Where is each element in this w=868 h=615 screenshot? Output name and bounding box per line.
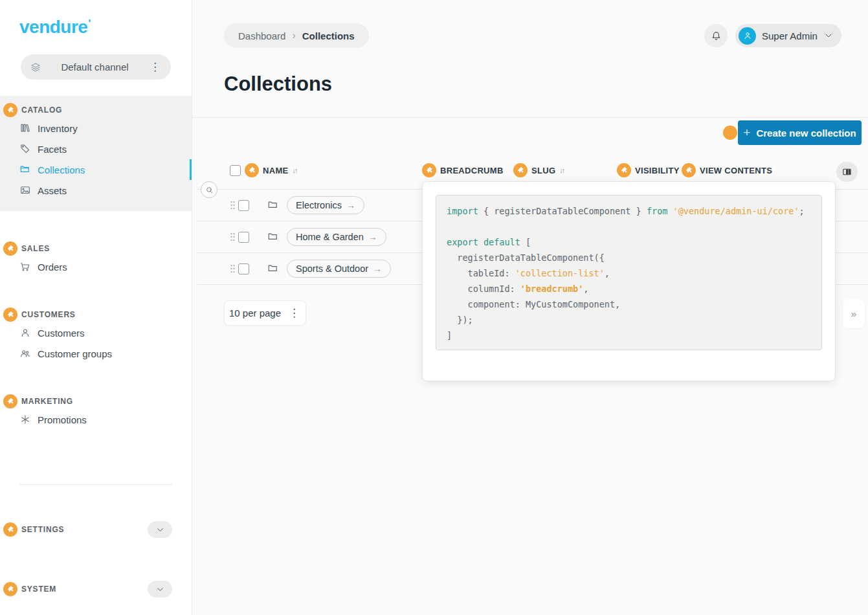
column-label[interactable]: SLUG: [531, 166, 555, 175]
drag-handle-icon[interactable]: [230, 263, 236, 274]
columns-icon: [841, 166, 852, 177]
plus-icon: +: [743, 126, 750, 140]
sidebar-section-customers: CUSTOMERS: [0, 307, 192, 322]
code-line: columnId: 'breadcrumb',: [447, 281, 811, 296]
sidebar-section-settings[interactable]: SETTINGS: [0, 515, 192, 544]
orders-icon: [19, 261, 31, 273]
drag-handle-icon[interactable]: [230, 200, 236, 210]
section-label: SALES: [21, 244, 50, 253]
user-menu[interactable]: Super Admin: [735, 24, 841, 47]
extension-badge-settings[interactable]: [3, 522, 17, 537]
code-line: ]: [447, 328, 811, 343]
per-page-label: 10 per page: [229, 308, 281, 319]
next-page-button[interactable]: »: [843, 299, 865, 328]
row-checkbox[interactable]: [238, 200, 249, 211]
customer-icon: [19, 327, 31, 339]
section-label: CATALOG: [21, 106, 62, 115]
sidebar-section-system[interactable]: SYSTEM: [0, 574, 192, 604]
arrow-right-icon: →: [373, 263, 382, 274]
sort-icon[interactable]: ↓↑: [559, 166, 564, 174]
folder-icon: [267, 199, 279, 211]
section-label: MARKETING: [21, 397, 73, 406]
create-new-collection-button[interactable]: + Create new collection: [738, 120, 862, 145]
customer-groups-icon: [19, 348, 31, 359]
code-line: });: [447, 312, 811, 328]
section-label: CUSTOMERS: [21, 310, 76, 319]
sidebar-section-catalog: CATALOG: [0, 102, 192, 118]
per-page-menu-icon: ⋮: [287, 308, 301, 319]
sidebar-item-facets[interactable]: Facets: [0, 139, 192, 159]
code-line: registerDataTableComponent({: [447, 250, 811, 265]
folder-icon: [267, 263, 279, 274]
channel-menu-icon[interactable]: ⋮: [148, 62, 162, 73]
sidebar-item-inventory[interactable]: Inventory: [0, 118, 192, 139]
sidebar-item-customers[interactable]: Customers: [0, 322, 192, 343]
sidebar-item-label: Customers: [38, 328, 85, 339]
collection-chip[interactable]: Electronics→: [287, 196, 364, 214]
folder-icon: [267, 231, 279, 243]
extension-badge-column-slug[interactable]: [513, 163, 528, 177]
sidebar-item-label: Orders: [38, 262, 67, 273]
notifications-button[interactable]: [704, 24, 728, 47]
extension-badge-column-name[interactable]: [245, 163, 259, 177]
sidebar-item-label: Assets: [38, 185, 67, 196]
column-label: VIEW CONTENTS: [700, 166, 772, 175]
assets-icon: [19, 184, 31, 196]
arrow-right-icon: →: [346, 200, 355, 210]
arrow-right-icon: →: [368, 232, 377, 242]
column-label[interactable]: NAME: [263, 166, 288, 175]
row-checkbox[interactable]: [238, 263, 249, 274]
column-picker-button[interactable]: [836, 162, 858, 182]
code-line: import { registerDataTableComponent } fr…: [447, 203, 811, 219]
sidebar-item-label: Collections: [38, 164, 85, 175]
expand-system-button[interactable]: [148, 581, 172, 598]
expand-settings-button[interactable]: [148, 521, 172, 538]
collection-name: Electronics: [296, 200, 342, 210]
row-checkbox[interactable]: [238, 232, 249, 243]
collection-name: Home & Garden: [296, 232, 364, 242]
code-block: import { registerDataTableComponent } fr…: [436, 195, 822, 350]
extension-badge-customers[interactable]: [3, 308, 17, 322]
main-content: Dashboard › Collections Super Admin Coll…: [192, 0, 868, 615]
sidebar-divider: [19, 484, 172, 485]
extension-badge-column-breadcrumb[interactable]: [422, 163, 436, 177]
breadcrumb-dashboard[interactable]: Dashboard: [238, 30, 285, 41]
sidebar-item-customer-groups[interactable]: Customer groups: [0, 343, 192, 364]
drag-handle-icon[interactable]: [230, 232, 236, 242]
sidebar-item-orders[interactable]: Orders: [0, 256, 192, 277]
sidebar-item-label: Inventory: [38, 123, 78, 134]
code-line: tableId: 'collection-list',: [447, 265, 811, 281]
divider: [192, 117, 868, 118]
sidebar-section-marketing: MARKETING: [0, 394, 192, 409]
extension-badge-column-visibility[interactable]: [617, 163, 631, 177]
section-label: SYSTEM: [21, 585, 56, 594]
user-name: Super Admin: [762, 30, 818, 41]
extension-badge-column-view-contents[interactable]: [682, 163, 696, 177]
extension-badge-system[interactable]: [3, 582, 17, 596]
extension-badge-marketing[interactable]: [3, 394, 17, 408]
collection-chip[interactable]: Home & Garden→: [287, 228, 386, 246]
select-all-checkbox[interactable]: [230, 165, 241, 176]
breadcrumb-separator-icon: ›: [292, 30, 295, 41]
vendure-logo[interactable]: vendure: [0, 0, 97, 38]
nav-group-settings: SETTINGS: [0, 515, 192, 544]
table-search-button[interactable]: [201, 181, 217, 198]
extension-badge-catalog[interactable]: [3, 103, 17, 117]
avatar: [739, 27, 756, 45]
sort-icon[interactable]: ↓↑: [292, 166, 296, 174]
page-title: Collections: [224, 73, 332, 96]
extension-badge-sales[interactable]: [3, 241, 17, 256]
column-header-breadcrumb: BREADCRUMB: [422, 163, 504, 177]
bell-icon: [710, 30, 722, 42]
collection-chip[interactable]: Sports & Outdoor→: [287, 260, 391, 278]
column-header-view-contents: VIEW CONTENTS: [682, 163, 772, 177]
breadcrumb-collections[interactable]: Collections: [302, 30, 355, 41]
layers-icon: [30, 62, 41, 73]
sidebar-item-collections[interactable]: Collections: [0, 159, 192, 180]
extension-badge-create-button[interactable]: [723, 126, 737, 140]
channel-selector[interactable]: Default channel ⋮: [21, 54, 171, 80]
sidebar-item-assets[interactable]: Assets: [0, 180, 192, 201]
search-icon: [205, 186, 214, 194]
sidebar-item-promotions[interactable]: Promotions: [0, 409, 192, 430]
items-per-page-select[interactable]: 10 per page ⋮: [224, 300, 306, 326]
